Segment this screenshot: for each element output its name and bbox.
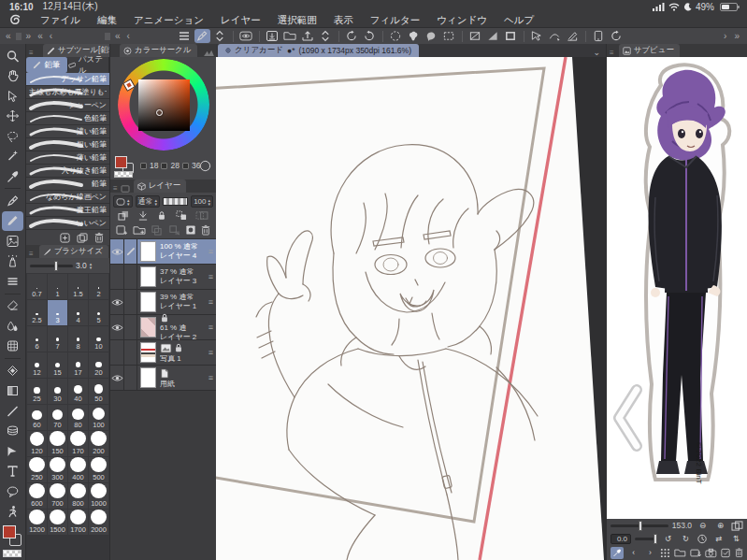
snap-special-icon[interactable] [565, 29, 581, 43]
brush-item-4[interactable]: 濃い鉛筆 [26, 125, 109, 138]
next-image-icon[interactable]: › [644, 547, 657, 559]
text-tool[interactable] [2, 461, 23, 481]
layer-row-4[interactable]: 写真 1≡ [110, 340, 216, 366]
layer-visibility-toggle[interactable] [110, 239, 124, 264]
duplicate-subtool-icon[interactable] [77, 233, 88, 243]
collapse-2-icon[interactable]: « [113, 31, 122, 41]
brush-size-17[interactable]: 17 [68, 352, 88, 378]
brush-size-100[interactable]: 100 [89, 405, 108, 430]
merge-down-icon[interactable] [151, 224, 163, 236]
layer-drag-handle[interactable]: ≡ [208, 247, 213, 256]
brush-size-60[interactable]: 60 [27, 405, 47, 430]
menu-item-1[interactable]: 編集 [89, 14, 125, 25]
layer-visibility-toggle[interactable] [110, 366, 124, 390]
brush-size-6[interactable]: 6 [27, 326, 47, 352]
collapse-icon[interactable]: « [36, 31, 45, 41]
menu-item-5[interactable]: 表示 [325, 14, 362, 25]
dock-handle[interactable] [16, 33, 22, 40]
brush-size-8[interactable]: 8 [68, 326, 88, 352]
brush-size-70[interactable]: 70 [48, 405, 67, 430]
menu-item-7[interactable]: ウィンドウ [428, 14, 496, 25]
import-image-icon[interactable] [690, 548, 702, 558]
brush-size-3[interactable]: 3 [48, 300, 67, 325]
publish-icon[interactable] [300, 29, 316, 43]
brush-size-30[interactable]: 30 [48, 379, 67, 404]
brush-size-50[interactable]: 50 [89, 379, 108, 404]
current-tool-icon[interactable] [194, 29, 210, 43]
subview-rotate-slider[interactable] [635, 538, 657, 540]
snap-curve-icon[interactable] [547, 29, 563, 43]
expand-icon[interactable]: » [24, 31, 34, 41]
move-tool[interactable] [2, 106, 23, 125]
sv-cursor[interactable] [156, 109, 163, 116]
brush-size-400[interactable]: 400 [68, 457, 88, 482]
brush-item-5[interactable]: 粗い鉛筆 [26, 138, 109, 151]
select-layer-source-icon[interactable] [195, 210, 208, 221]
brush-size-2.5[interactable]: 2.5 [27, 300, 47, 325]
brush-size-250[interactable]: 250 [27, 457, 47, 482]
layer-thumbnail[interactable] [140, 342, 156, 363]
brush-size-4[interactable]: 4 [68, 300, 88, 325]
delete-layer-icon[interactable] [201, 224, 210, 236]
edit-list-icon[interactable] [721, 548, 731, 558]
zoom-tool[interactable] [2, 46, 23, 65]
brush-size-170[interactable]: 170 [68, 431, 88, 456]
transparent-swatch[interactable] [3, 550, 22, 557]
balloon-tool[interactable] [2, 481, 23, 501]
prev-image-icon[interactable]: ‹ [627, 547, 640, 559]
prev-icon[interactable]: ‹ [48, 31, 54, 41]
zoom-in-icon[interactable]: ⊕ [713, 520, 727, 532]
brush-size-15[interactable]: 15 [48, 352, 67, 378]
layer-row-5[interactable]: 用紙≡ [110, 366, 216, 391]
brush-size-600[interactable]: 600 [27, 483, 47, 509]
color-wheel-tab[interactable]: カラーサークル [120, 44, 197, 57]
color-slider-tab-icon[interactable] [203, 49, 215, 57]
canvas-viewport[interactable] [216, 57, 606, 560]
snap-ruler-icon[interactable] [529, 29, 545, 43]
brush-item-1[interactable]: 主線も水彩も厚塗りも一本 [26, 86, 109, 99]
delete-subtool-icon[interactable] [94, 232, 104, 243]
tab-pencil[interactable]: 鉛筆 [26, 57, 68, 73]
brush-size-120[interactable]: 120 [27, 431, 47, 456]
foreground-color-swatch[interactable] [115, 156, 127, 168]
brush-size-slider[interactable] [30, 265, 73, 267]
reset-view-icon[interactable] [609, 29, 625, 43]
brush-size-1[interactable]: 1 [48, 274, 67, 299]
gradient-tool[interactable] [2, 381, 23, 401]
main-color-swatch[interactable] [3, 525, 16, 538]
layer-thumbnail[interactable] [140, 266, 156, 287]
layer-drag-handle[interactable]: ≡ [208, 272, 213, 281]
figure-pattern-tool[interactable] [2, 271, 23, 291]
layer-thumbnail[interactable] [140, 317, 156, 337]
brush-size-2000[interactable]: 2000 [89, 510, 108, 535]
line-tool[interactable] [2, 401, 23, 421]
menu-item-4[interactable]: 選択範囲 [269, 14, 325, 25]
brush-size-10[interactable]: 10 [89, 326, 108, 352]
layer-visibility-toggle[interactable] [110, 315, 124, 339]
select-ellipse-icon[interactable] [388, 29, 404, 43]
blend-tool[interactable] [2, 316, 23, 336]
history-switch-icon[interactable] [318, 29, 334, 43]
hand-tool[interactable] [2, 65, 23, 85]
layer-tab[interactable]: レイヤー [134, 179, 187, 193]
new-folder-icon[interactable] [133, 224, 146, 236]
layer-mask-icon[interactable] [185, 224, 196, 236]
delete-image-icon[interactable] [735, 547, 743, 558]
transparent-color-swatch[interactable] [114, 171, 133, 178]
brush-size-1500[interactable]: 1500 [48, 510, 67, 535]
eyedropper-tool[interactable] [2, 166, 23, 186]
menu-item-3[interactable]: レイヤー [212, 14, 269, 25]
device-settings-icon[interactable] [591, 29, 607, 43]
brush-size-150[interactable]: 150 [48, 431, 67, 456]
decoration-tool[interactable] [2, 231, 23, 251]
flip-horizontal-icon[interactable]: ⇄ [711, 533, 725, 545]
subview-tab[interactable]: サブビュー [619, 44, 680, 57]
tool-color-swatches[interactable] [0, 524, 25, 560]
color-wheel[interactable] [110, 57, 216, 154]
brush-item-0[interactable]: デッサン鉛筆 [26, 73, 109, 86]
airbrush-tool[interactable] [2, 251, 23, 271]
saturation-value-square[interactable] [138, 79, 190, 131]
select-shape-icon[interactable] [406, 29, 422, 43]
brush-size-20[interactable]: 20 [89, 352, 108, 378]
panel-menu-icon[interactable]: ≡ [610, 49, 614, 57]
